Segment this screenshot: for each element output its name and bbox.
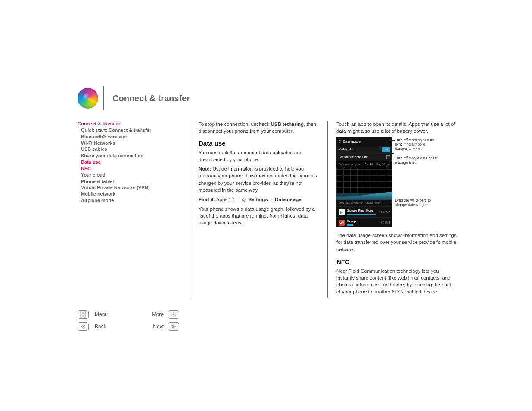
motorola-logo: [78, 88, 98, 109]
graph-desc-text: Your phone shows a data usage graph, fol…: [199, 206, 319, 226]
next-label[interactable]: Next: [131, 323, 165, 330]
sidebar-item[interactable]: USB cables: [81, 146, 181, 153]
phone-gear-icon: ✲: [338, 139, 341, 144]
apps-icon: [229, 197, 234, 202]
gear-icon: [241, 197, 247, 202]
app-usage-bar: [347, 224, 353, 226]
track-text: You can track the amount of data uploade…: [199, 149, 319, 163]
menu-icon[interactable]: [78, 310, 89, 319]
more-icon[interactable]: [168, 310, 179, 319]
usage-chart: [336, 168, 392, 200]
note-text: Note: Usage information is provided to h…: [199, 165, 319, 193]
svg-rect-2: [80, 315, 82, 317]
nfc-body-text: Near Field Communication technology lets…: [336, 268, 457, 295]
cycle-value[interactable]: Apr 26 – May 26: [364, 162, 385, 166]
screen-desc-text: The data usage screen shows information …: [336, 232, 457, 252]
data-use-heading: Data use: [199, 139, 319, 148]
usage-caption: May 19 – 26: about 16.67MB used: [336, 200, 392, 206]
app-row[interactable]: g+ Google+ 2.27MB: [336, 217, 392, 228]
sidebar-item[interactable]: Airplane mode: [81, 197, 181, 204]
play-store-icon: ▶: [339, 209, 345, 215]
header: Connect & transfer: [78, 86, 457, 110]
sidebar-item[interactable]: NFC: [81, 165, 181, 172]
touch-app-text: Touch an app to open its details. Apps t…: [336, 121, 457, 134]
range-handle-right[interactable]: [387, 168, 387, 200]
column-divider-2: [327, 121, 328, 298]
nav-bar: Menu More Back Next: [78, 310, 181, 331]
mobile-data-label: Mobile data: [339, 147, 355, 152]
callout-limit: Turn off mobile data or set a usage limi…: [395, 156, 438, 165]
sidebar-section-title[interactable]: Connect & transfer: [78, 121, 181, 127]
sidebar: Connect & transfer Quick start: Connect …: [78, 121, 181, 298]
sidebar-item[interactable]: Virtual Private Networks (VPN): [81, 184, 181, 191]
app-size: 14.46MB: [379, 210, 390, 214]
dropdown-icon[interactable]: [387, 164, 390, 166]
callout-roaming: Turn off roaming or auto-sync, find a mo…: [395, 138, 438, 151]
callout-drag-bars: Drag the white bars to change date range…: [395, 198, 438, 207]
phone-title: Data usage: [343, 139, 361, 144]
sidebar-item[interactable]: Phone & tablet: [81, 178, 181, 185]
set-limit-label: Set mobile data limit: [339, 155, 368, 160]
mobile-data-toggle[interactable]: ON: [382, 147, 390, 152]
content-column-1: To stop the connection, uncheck USB teth…: [199, 121, 319, 298]
app-row[interactable]: ▶ Google Play Store 14.46MB: [336, 206, 392, 217]
page-title: Connect & transfer: [112, 93, 190, 103]
column-divider-1: [190, 121, 190, 298]
sidebar-item[interactable]: Your cloud: [81, 172, 181, 178]
phone-screenshot: ✲ Data usage ≡ Mobile data ON Set mobile…: [336, 137, 392, 227]
app-name: Google+: [347, 219, 381, 224]
google-plus-icon: g+: [339, 220, 345, 226]
cycle-row: Data usage cycle Apr 26 – May 26: [336, 161, 392, 168]
sidebar-item[interactable]: Wi-Fi Networks: [81, 140, 181, 146]
cycle-label: Data usage cycle: [339, 162, 360, 166]
set-limit-checkbox[interactable]: [386, 155, 390, 159]
mobile-data-row: Mobile data ON: [336, 146, 392, 153]
svg-rect-0: [80, 312, 82, 314]
header-divider: [103, 86, 104, 110]
sidebar-item[interactable]: Bluetooth® wireless: [81, 134, 181, 140]
phone-menu-icon: ≡: [389, 138, 391, 144]
svg-rect-1: [84, 312, 86, 314]
sidebar-item[interactable]: Mobile network: [81, 191, 181, 197]
sidebar-item[interactable]: Quick start: Connect & transfer: [81, 127, 181, 134]
data-usage-figure: ✲ Data usage ≡ Mobile data ON Set mobile…: [336, 137, 457, 227]
svg-point-4: [173, 314, 174, 315]
stop-connection-text: To stop the connection, uncheck USB teth…: [199, 121, 319, 134]
app-name: Google Play Store: [347, 209, 379, 213]
phone-titlebar: ✲ Data usage ≡: [336, 137, 392, 146]
sidebar-item[interactable]: Share your data connection: [81, 153, 181, 159]
range-handle-left[interactable]: [342, 168, 342, 200]
menu-label[interactable]: Menu: [93, 311, 128, 318]
set-limit-row: Set mobile data limit: [336, 153, 392, 161]
next-icon[interactable]: [168, 322, 179, 331]
content-column-2: Touch an app to open its details. Apps t…: [336, 121, 457, 298]
back-icon[interactable]: [78, 322, 89, 331]
app-size: 2.27MB: [381, 221, 390, 224]
sidebar-item[interactable]: Data use: [81, 159, 181, 165]
back-label[interactable]: Back: [93, 323, 128, 330]
nfc-heading: NFC: [336, 257, 457, 266]
svg-rect-3: [84, 315, 86, 317]
find-it-line: Find it: Apps → Settings → Data usage: [199, 196, 319, 203]
app-usage-bar: [347, 214, 376, 215]
more-label[interactable]: More: [131, 311, 165, 318]
